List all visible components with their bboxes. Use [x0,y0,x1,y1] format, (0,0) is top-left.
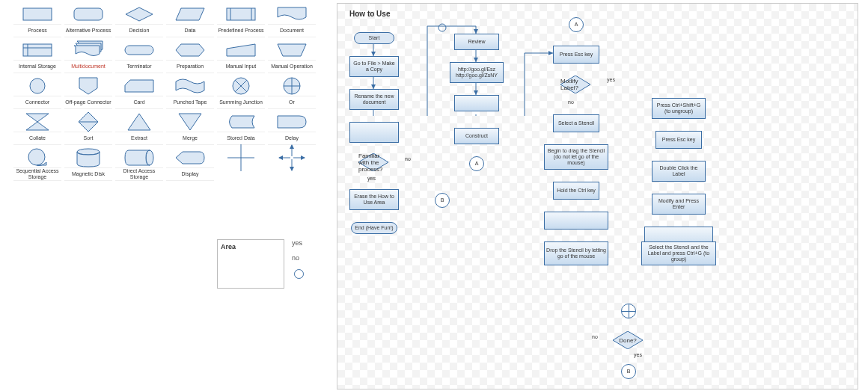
node-learn3[interactable] [544,212,608,230]
node-rename[interactable]: Rename the new document [349,89,399,110]
stencil-terminator[interactable]: Terminator [115,40,163,73]
svg-marker-16 [125,80,153,92]
node-make-copy[interactable]: Go to File > Make a Copy [349,56,399,77]
stencil-preparation[interactable]: Preparation [166,40,214,73]
stencil-sort[interactable]: Sort [64,112,112,145]
svg-marker-3 [176,8,204,20]
stencil-magnetic-disk[interactable]: Magnetic Disk [64,148,112,181]
svg-rect-4 [227,8,255,20]
svg-marker-24 [26,122,49,130]
stencil-axes-icon[interactable]: . [217,148,265,181]
node-drop[interactable]: Drop the Stencil by letting go of the mo… [544,241,608,265]
palette-no-label: no [292,254,299,262]
node-done-decision[interactable]: Done? [613,331,643,349]
stencil-data[interactable]: Data [166,4,214,37]
connector-b-1[interactable]: B [435,193,450,208]
label-yes-1: yes [367,176,376,181]
stencil-palette: Process Alternative Process Decision Dat… [0,0,322,184]
node-ungroup[interactable]: Press Ctrl+Shift+G (to ungroup) [652,98,706,119]
node-learn2[interactable] [454,95,499,111]
node-learn[interactable] [349,122,399,143]
palette-circle-icon[interactable] [294,269,304,279]
svg-marker-23 [26,114,49,122]
node-construct[interactable]: Construct [454,128,499,144]
node-erase[interactable]: Erase the How to Use Area [349,189,399,210]
node-modify-enter[interactable]: Modify and Press Enter [652,194,706,215]
svg-point-49 [438,24,446,31]
stencil-punched-tape[interactable]: Punched Tape [166,76,214,109]
node-modify-label-decision[interactable]: Modify Label? [560,76,590,93]
node-links[interactable]: http://goo.gl/Esz http://goo.gl/ZsNY [450,62,504,83]
stencil-sequential-access-storage[interactable]: Sequential Access Storage [13,148,61,181]
label-no-3: no [592,334,598,339]
stencil-card[interactable]: Card [115,76,163,109]
stencil-document[interactable]: Document [268,4,316,37]
stencil-display[interactable]: Display [166,148,214,181]
stencil-delay[interactable]: Delay [268,112,316,145]
svg-marker-27 [128,114,150,130]
svg-marker-12 [227,44,255,56]
node-group[interactable]: Select the Stencil and the Label and pre… [641,241,716,265]
stencil-arrows-icon[interactable]: . [268,148,316,181]
stencil-summing-junction[interactable]: Summing Junction [217,76,265,109]
label-yes-2: yes [607,77,615,82]
node-or[interactable] [621,304,636,318]
svg-marker-15 [79,78,97,94]
node-familiar-decision[interactable]: Familiar with the process? [358,153,388,171]
stencil-collate[interactable]: Collate [13,112,61,145]
stencil-manual-input[interactable]: Manual Input [217,40,265,73]
node-end[interactable]: End (Have Fun!) [351,222,397,234]
node-select-stencil[interactable]: Select a Stencil [553,114,599,132]
svg-marker-13 [278,44,306,56]
label-no-2: no [568,99,574,105]
stencil-manual-operation[interactable]: Manual Operation [268,40,316,73]
stencil-process[interactable]: Process [13,4,61,37]
stencil-offpage-connector[interactable]: Off-page Connector [64,76,112,109]
stencil-multidocument[interactable]: Multidocument [64,40,112,73]
node-start[interactable]: Start [354,32,394,44]
node-begin-drag[interactable]: Begin to drag the Stencil (do not let go… [544,144,608,170]
svg-marker-28 [179,114,201,130]
stencil-connector[interactable]: Connector [13,76,61,109]
svg-rect-1 [74,8,103,20]
svg-rect-0 [23,8,52,20]
node-press-esc[interactable]: Press Esc key [553,46,599,64]
stencil-decision[interactable]: Decision [115,4,163,37]
svg-point-29 [28,149,45,165]
stencil-or[interactable]: Or [268,76,316,109]
svg-marker-2 [126,7,153,21]
connector-a-2[interactable]: A [569,17,584,32]
svg-point-14 [30,78,45,93]
svg-rect-10 [125,46,153,55]
svg-marker-11 [176,44,204,56]
node-review[interactable]: Review [454,34,499,50]
node-dbl-click[interactable]: Double Click the Label [652,161,706,182]
stencil-predefined-process[interactable]: Predefined Process [217,4,265,37]
stencil-internal-storage[interactable]: Internal Storage [13,40,61,73]
stencil-merge[interactable]: Merge [166,112,214,145]
label-yes-3: yes [634,352,642,357]
stencil-direct-access-storage[interactable]: Direct Access Storage [115,148,163,181]
stencil-stored-data[interactable]: Stored Data [217,112,265,145]
node-hold-ctrl[interactable]: Hold the Ctrl key [553,182,599,200]
connector-a-1[interactable]: A [469,156,484,171]
drawing-canvas[interactable]: How to Use [337,3,858,390]
label-no-1: no [405,156,411,161]
area-box[interactable]: Area [217,239,284,289]
stencil-alt-process[interactable]: Alternative Process [64,4,112,37]
connector-b-2[interactable]: B [621,364,636,379]
stencil-extract[interactable]: Extract [115,112,163,145]
palette-yes-label: yes [292,239,302,247]
node-press-esc-2[interactable]: Press Esc key [655,131,702,149]
